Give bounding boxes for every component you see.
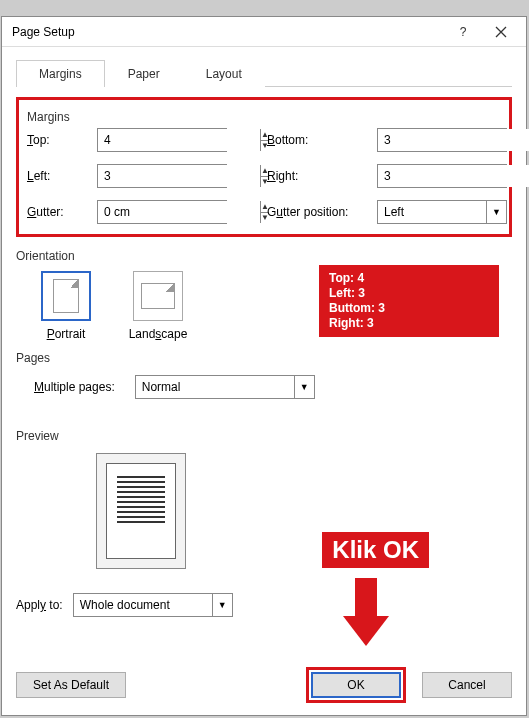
tabstrip: Margins Paper Layout	[16, 59, 512, 87]
chevron-down-icon: ▼	[212, 594, 232, 616]
apply-to-select[interactable]: Whole document ▼	[73, 593, 233, 617]
tab-layout[interactable]: Layout	[183, 60, 265, 87]
apply-to-label: Apply to:	[16, 598, 63, 612]
orientation-portrait[interactable]: Portrait	[34, 271, 98, 341]
top-label: Top:	[27, 133, 97, 147]
close-button[interactable]	[482, 18, 520, 46]
left-spinner[interactable]: ▲▼	[97, 164, 227, 188]
tab-margins[interactable]: Margins	[16, 60, 105, 87]
ok-button[interactable]: OK	[311, 672, 401, 698]
bottom-input[interactable]	[378, 129, 529, 151]
cancel-button[interactable]: Cancel	[422, 672, 512, 698]
tab-paper[interactable]: Paper	[105, 60, 183, 87]
chevron-down-icon: ▼	[294, 376, 314, 398]
left-input[interactable]	[98, 165, 260, 187]
titlebar: Page Setup ?	[2, 17, 526, 47]
gutter-label: Gutter:	[27, 205, 97, 219]
dialog-title: Page Setup	[12, 25, 444, 39]
help-button[interactable]: ?	[444, 18, 482, 46]
annotation-klik-ok: Klik OK	[322, 532, 429, 568]
preview-area	[96, 453, 186, 569]
gutter-position-label: Gutter position:	[267, 205, 377, 219]
set-as-default-button[interactable]: Set As Default	[16, 672, 126, 698]
multiple-pages-select[interactable]: Normal ▼	[135, 375, 315, 399]
top-input[interactable]	[98, 129, 260, 151]
gutter-spinner[interactable]: ▲▼	[97, 200, 227, 224]
gutter-input[interactable]	[98, 201, 260, 223]
portrait-label: Portrait	[47, 327, 86, 341]
gutter-position-value: Left	[378, 201, 486, 223]
orientation-landscape[interactable]: Landscape	[126, 271, 190, 341]
dialog-footer: Set As Default OK Cancel	[16, 667, 512, 703]
right-label: Right:	[267, 169, 377, 183]
chevron-down-icon: ▼	[486, 201, 506, 223]
annotation-arrow-icon	[343, 578, 389, 650]
preview-group-label: Preview	[16, 429, 512, 443]
margins-group-label: Margins	[27, 110, 501, 124]
ok-highlight: OK	[306, 667, 406, 703]
left-label: Left:	[27, 169, 97, 183]
page-portrait-icon	[53, 279, 79, 313]
close-icon	[495, 26, 507, 38]
bottom-spinner[interactable]: ▲▼	[377, 128, 507, 152]
apply-to-value: Whole document	[74, 594, 212, 616]
page-landscape-icon	[141, 283, 175, 309]
multiple-pages-value: Normal	[136, 376, 294, 398]
preview-page-icon	[106, 463, 176, 559]
bottom-label: Bottom:	[267, 133, 377, 147]
margins-group-highlight: Margins Top: ▲▼ Bottom: ▲▼ Left:	[16, 97, 512, 237]
page-setup-dialog: Page Setup ? Margins Paper Layout Margin…	[1, 16, 527, 716]
multiple-pages-label: Multiple pages:	[34, 380, 115, 394]
orientation-group-label: Orientation	[16, 249, 512, 263]
right-input[interactable]	[378, 165, 529, 187]
landscape-label: Landscape	[129, 327, 188, 341]
annotation-summary: Top: 4 Left: 3 Buttom: 3 Right: 3	[319, 265, 499, 337]
top-spinner[interactable]: ▲▼	[97, 128, 227, 152]
pages-group-label: Pages	[16, 351, 512, 365]
gutter-position-select[interactable]: Left ▼	[377, 200, 507, 224]
right-spinner[interactable]: ▲▼	[377, 164, 507, 188]
